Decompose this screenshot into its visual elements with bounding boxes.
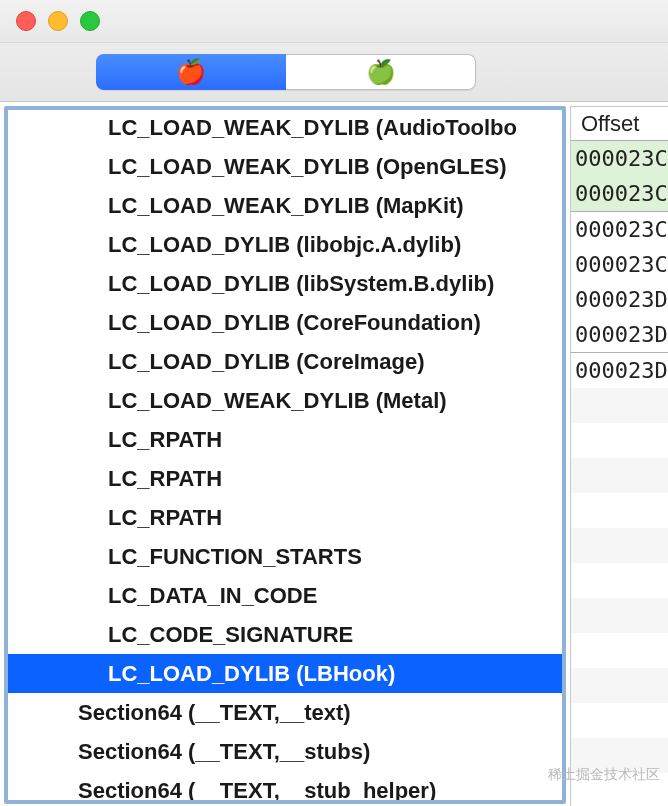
close-button[interactable] <box>16 11 36 31</box>
column-header-offset[interactable]: Offset <box>571 107 668 141</box>
outline-row[interactable]: LC_LOAD_DYLIB (libobjc.A.dylib) <box>8 225 562 264</box>
offset-cell[interactable]: 000023C <box>571 247 668 282</box>
empty-cell <box>571 388 668 423</box>
empty-cell <box>571 598 668 633</box>
segment-right[interactable]: 🍏 <box>286 54 476 90</box>
outline-row[interactable]: LC_RPATH <box>8 498 562 537</box>
empty-cell <box>571 773 668 806</box>
outline-row[interactable]: LC_LOAD_DYLIB (LBHook) <box>8 654 562 693</box>
zoom-button[interactable] <box>80 11 100 31</box>
apple-red-icon: 🍎 <box>176 60 206 84</box>
outline-row[interactable]: LC_RPATH <box>8 459 562 498</box>
outline-row[interactable]: LC_DATA_IN_CODE <box>8 576 562 615</box>
outline-row[interactable]: LC_LOAD_DYLIB (CoreFoundation) <box>8 303 562 342</box>
outline-row[interactable]: Section64 (__TEXT,__stub_helper) <box>8 771 562 804</box>
empty-cell <box>571 703 668 738</box>
offset-cell[interactable]: 000023D <box>571 317 668 353</box>
empty-cell <box>571 668 668 703</box>
outline-row[interactable]: LC_LOAD_WEAK_DYLIB (Metal) <box>8 381 562 420</box>
empty-cell <box>571 528 668 563</box>
outline-row[interactable]: LC_LOAD_DYLIB (libSystem.B.dylib) <box>8 264 562 303</box>
offset-column: 000023C000023C000023C000023C000023D00002… <box>571 141 668 806</box>
outline-row[interactable]: Section64 (__TEXT,__stubs) <box>8 732 562 771</box>
segment-left[interactable]: 🍎 <box>96 54 286 90</box>
offset-cell[interactable]: 000023C <box>571 141 668 176</box>
offset-cell[interactable]: 000023C <box>571 212 668 247</box>
empty-cell <box>571 423 668 458</box>
outline-row[interactable]: Section64 (__TEXT,__text) <box>8 693 562 732</box>
empty-cell <box>571 633 668 668</box>
empty-cell <box>571 493 668 528</box>
main-body: LC_LOAD_WEAK_DYLIB (AudioToolboLC_LOAD_W… <box>0 102 668 806</box>
offset-cell[interactable]: 000023D <box>571 282 668 317</box>
outline-row[interactable]: LC_LOAD_WEAK_DYLIB (OpenGLES) <box>8 147 562 186</box>
apple-dark-icon: 🍏 <box>366 60 396 84</box>
outline-panel[interactable]: LC_LOAD_WEAK_DYLIB (AudioToolboLC_LOAD_W… <box>4 106 566 804</box>
outline-row[interactable]: LC_FUNCTION_STARTS <box>8 537 562 576</box>
window-controls <box>16 11 100 31</box>
outline-list: LC_LOAD_WEAK_DYLIB (AudioToolboLC_LOAD_W… <box>8 108 562 804</box>
empty-cell <box>571 458 668 493</box>
segmented-control: 🍎 🍏 <box>96 54 476 90</box>
titlebar <box>0 0 668 43</box>
offset-cell[interactable]: 000023C <box>571 176 668 212</box>
detail-panel: Offset 000023C000023C000023C000023C00002… <box>570 106 668 806</box>
outline-row[interactable]: LC_LOAD_WEAK_DYLIB (MapKit) <box>8 186 562 225</box>
outline-row[interactable]: LC_LOAD_DYLIB (CoreImage) <box>8 342 562 381</box>
outline-row[interactable]: LC_LOAD_WEAK_DYLIB (AudioToolbo <box>8 108 562 147</box>
outline-row[interactable]: LC_CODE_SIGNATURE <box>8 615 562 654</box>
offset-cell[interactable]: 000023D <box>571 353 668 388</box>
empty-cell <box>571 738 668 773</box>
empty-cell <box>571 563 668 598</box>
toolbar: 🍎 🍏 <box>0 43 668 102</box>
outline-row[interactable]: LC_RPATH <box>8 420 562 459</box>
minimize-button[interactable] <box>48 11 68 31</box>
